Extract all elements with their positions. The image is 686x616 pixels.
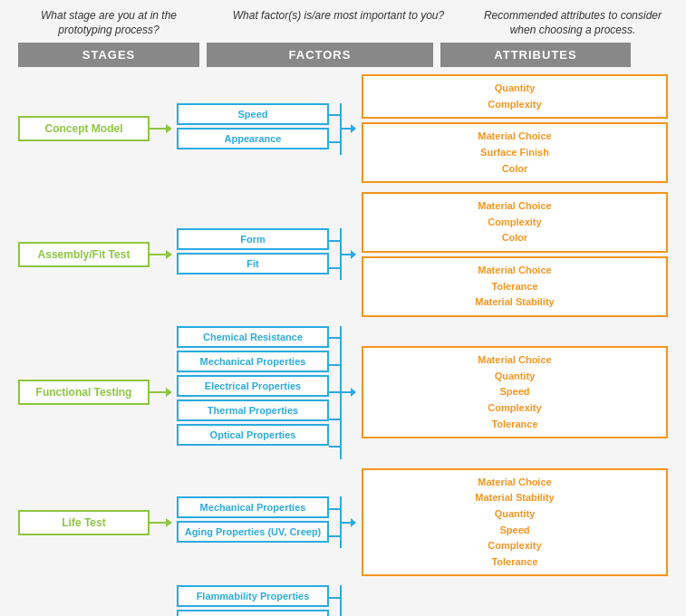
stage-box-2: Functional Testing bbox=[18, 380, 150, 405]
factor-row-0-1: Appearance bbox=[177, 128, 329, 149]
group-4: Regulatory TestingFlammability Propertie… bbox=[18, 585, 668, 616]
col-header-factors: FACTORS bbox=[207, 43, 433, 67]
column-headers: STAGES FACTORS ATTRIBUTES bbox=[9, 43, 677, 67]
factor-row-2-1: Mechanical Properties bbox=[177, 351, 329, 372]
factor-box-2-1: Mechanical Properties bbox=[177, 351, 329, 372]
header-col-factors: What factor(s) is/are most important to … bbox=[226, 9, 452, 37]
group-0: Concept ModelSpeedAppearanceQuantity Com… bbox=[18, 74, 668, 183]
col-header-stages: STAGES bbox=[18, 43, 199, 67]
main-diagram: Concept ModelSpeedAppearanceQuantity Com… bbox=[9, 74, 677, 616]
stage-box-3: Life Test bbox=[18, 510, 150, 535]
page-container: What stage are you at in the prototyping… bbox=[9, 9, 677, 616]
header-row: What stage are you at in the prototyping… bbox=[9, 9, 677, 37]
factor-box-1-1: Fit bbox=[177, 253, 329, 274]
factors-area-3: Mechanical PropertiesAging Properties (U… bbox=[177, 496, 342, 548]
factor-row-3-1: Aging Properties (UV, Creep) bbox=[177, 521, 329, 543]
header-col-attributes: Recommended attributes to consider when … bbox=[478, 9, 668, 37]
factor-box-1-0: Form bbox=[177, 228, 329, 250]
factor-row-4-1: EMI/RFI Properties bbox=[177, 610, 329, 616]
group-2: Functional TestingChemical ResistanceMec… bbox=[18, 326, 668, 459]
factor-row-2-4: Optical Properties bbox=[177, 424, 329, 446]
stage-box-1: Assembly/Fit Test bbox=[18, 242, 150, 267]
stage-box-0: Concept Model bbox=[18, 116, 150, 141]
attr-box-0-1: Material Choice Surface Finish Color bbox=[362, 122, 668, 183]
attr-box-1-0: Material Choice Complexity Color bbox=[362, 192, 668, 253]
factor-box-4-0: Flammability Properties bbox=[177, 585, 329, 607]
attrs-area-2: Material Choice Quantity Speed Complexit… bbox=[362, 346, 668, 438]
group-1: Assembly/Fit TestFormFitMaterial Choice … bbox=[18, 192, 668, 317]
factor-box-2-3: Thermal Properties bbox=[177, 399, 329, 421]
header-col-stages: What stage are you at in the prototyping… bbox=[18, 9, 199, 37]
stage-0: Concept Model bbox=[18, 116, 177, 141]
stage-2: Functional Testing bbox=[18, 380, 177, 405]
stage-1: Assembly/Fit Test bbox=[18, 242, 177, 267]
attr-box-2-0: Material Choice Quantity Speed Complexit… bbox=[362, 346, 668, 438]
factor-box-4-1: EMI/RFI Properties bbox=[177, 610, 329, 616]
factor-box-2-2: Electrical Properties bbox=[177, 375, 329, 397]
factor-box-0-1: Appearance bbox=[177, 128, 329, 149]
factor-box-2-4: Optical Properties bbox=[177, 424, 329, 446]
factor-row-3-0: Mechanical Properties bbox=[177, 496, 329, 518]
factors-area-2: Chemical ResistanceMechanical Properties… bbox=[177, 326, 342, 459]
factor-row-2-0: Chemical Resistance bbox=[177, 326, 329, 348]
factor-box-3-1: Aging Properties (UV, Creep) bbox=[177, 521, 329, 543]
attrs-area-3: Material Choice Material Stability Quant… bbox=[362, 468, 668, 577]
factor-row-2-2: Electrical Properties bbox=[177, 375, 329, 397]
factor-box-3-0: Mechanical Properties bbox=[177, 496, 329, 518]
attr-box-0-0: Quantity Complexity bbox=[362, 74, 668, 119]
factor-row-4-0: Flammability Properties bbox=[177, 585, 329, 607]
factor-row-1-1: Fit bbox=[177, 253, 329, 274]
factor-row-0-0: Speed bbox=[177, 103, 329, 125]
attr-box-3-0: Material Choice Material Stability Quant… bbox=[362, 468, 668, 577]
factors-area-1: FormFit bbox=[177, 228, 342, 280]
factors-area-0: SpeedAppearance bbox=[177, 103, 342, 155]
factor-box-0-0: Speed bbox=[177, 103, 329, 125]
group-3: Life TestMechanical PropertiesAging Prop… bbox=[18, 468, 668, 577]
attrs-area-0: Quantity ComplexityMaterial Choice Surfa… bbox=[362, 74, 668, 183]
factor-row-1-0: Form bbox=[177, 228, 329, 250]
col-header-attributes: ATTRIBUTES bbox=[440, 43, 631, 67]
factor-row-2-3: Thermal Properties bbox=[177, 399, 329, 421]
stage-3: Life Test bbox=[18, 510, 177, 535]
attr-box-1-1: Material Choice Tolerance Material Stabi… bbox=[362, 256, 668, 317]
factor-box-2-0: Chemical Resistance bbox=[177, 326, 329, 348]
attrs-area-1: Material Choice Complexity ColorMaterial… bbox=[362, 192, 668, 317]
factors-area-4: Flammability PropertiesEMI/RFI Propertie… bbox=[177, 585, 342, 616]
